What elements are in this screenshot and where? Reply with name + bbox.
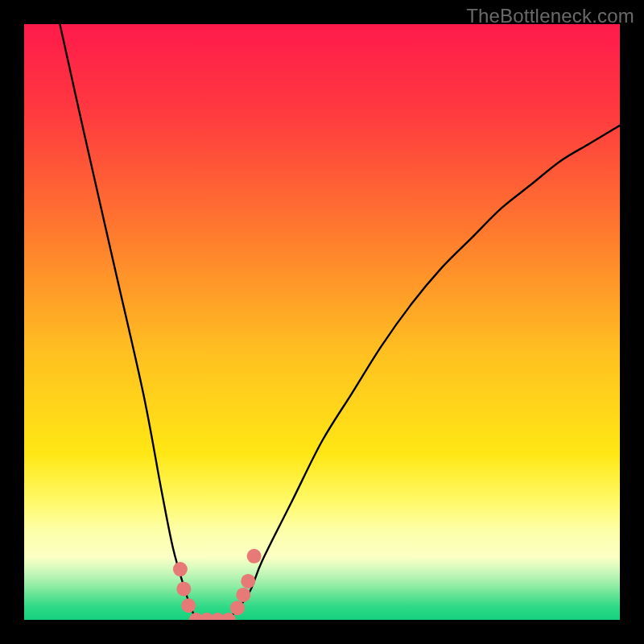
watermark-text: TheBottleneck.com [466, 5, 634, 27]
bottom-dots [173, 549, 262, 620]
marker-dot [173, 562, 188, 576]
bottleneck-curve [60, 24, 620, 620]
marker-dot [176, 582, 191, 597]
marker-dot [230, 601, 245, 615]
marker-dot [247, 549, 262, 564]
marker-dot [241, 574, 255, 588]
marker-dot [236, 588, 250, 602]
curve-layer [24, 24, 620, 620]
marker-dot [181, 598, 196, 613]
plot-area [24, 24, 620, 620]
chart-frame: TheBottleneck.com [0, 0, 644, 644]
